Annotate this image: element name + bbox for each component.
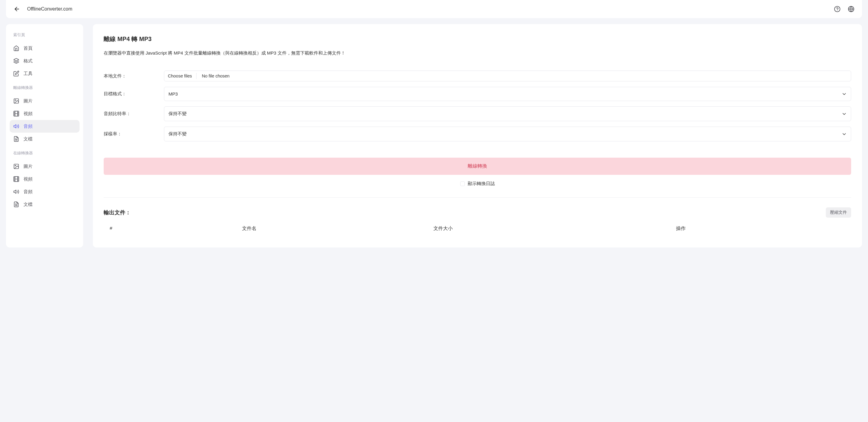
samplerate-select[interactable]: 保持不變 — [164, 127, 851, 141]
topbar-left: OfflineConverter.com — [12, 4, 832, 14]
sidebar-section-offline: 離線轉換器 — [10, 80, 80, 95]
sidebar-item-home[interactable]: 首頁 — [10, 42, 80, 55]
edit-icon — [13, 70, 19, 77]
sidebar-item-label: 音頻 — [24, 124, 33, 129]
layers-icon — [13, 58, 19, 64]
arrow-left-icon — [13, 6, 20, 12]
svg-point-6 — [15, 100, 16, 101]
sidebar-item-tools[interactable]: 工具 — [10, 67, 80, 80]
form-row-samplerate: 採樣率： 保持不變 — [104, 127, 851, 141]
back-button[interactable] — [12, 4, 22, 14]
help-button[interactable] — [832, 4, 842, 14]
local-file-label: 本地文件： — [104, 73, 164, 79]
topbar: OfflineConverter.com — [6, 0, 862, 18]
film-icon — [13, 111, 19, 117]
svg-marker-4 — [14, 58, 19, 61]
image-icon — [13, 98, 19, 104]
th-action: 操作 — [676, 225, 845, 232]
sidebar-item-label: 文檔 — [24, 136, 33, 142]
file-text-icon — [13, 136, 19, 142]
sidebar-item-offline-document[interactable]: 文檔 — [10, 132, 80, 145]
sidebar-item-offline-image[interactable]: 圖片 — [10, 95, 80, 107]
convert-button[interactable]: 離線轉換 — [104, 158, 851, 175]
output-table-header: # 文件名 文件大小 操作 — [104, 224, 851, 233]
home-icon — [13, 45, 19, 51]
target-format-select[interactable]: MP3 — [164, 87, 851, 101]
show-log-row[interactable]: 顯示轉換日誌 — [104, 181, 851, 187]
language-button[interactable] — [846, 4, 856, 14]
brand-title[interactable]: OfflineConverter.com — [27, 6, 72, 12]
th-index: # — [110, 225, 242, 232]
volume-icon — [13, 123, 19, 129]
sidebar-section-index: 索引頁 — [10, 30, 80, 42]
svg-marker-28 — [14, 190, 16, 193]
main-content: 離線 MP4 轉 MP3 在瀏覽器中直接使用 JavaScript 將 MP4 … — [93, 24, 862, 247]
image-icon — [13, 163, 19, 170]
file-text-icon — [13, 201, 19, 207]
compress-button[interactable]: 壓縮文件 — [826, 207, 851, 218]
sidebar-item-online-image[interactable]: 圖片 — [10, 160, 80, 173]
page-description: 在瀏覽器中直接使用 JavaScript 將 MP4 文件批量離線轉換（與在線轉… — [104, 50, 851, 56]
form-row-target-format: 目標格式： MP3 — [104, 87, 851, 101]
sidebar-item-online-document[interactable]: 文檔 — [10, 198, 80, 211]
globe-icon — [848, 6, 855, 12]
output-title: 輸出文件： — [104, 209, 131, 216]
layout: 索引頁 首頁 格式 工具 離線轉換器 圖片 — [0, 24, 868, 253]
film-icon — [13, 176, 19, 182]
file-input[interactable]: Choose files No file chosen — [164, 70, 851, 81]
sidebar-item-label: 首頁 — [24, 46, 33, 51]
sidebar-item-label: 格式 — [24, 58, 33, 64]
form-row-bitrate: 音頻比特率： 保持不變 — [104, 107, 851, 121]
topbar-right — [832, 4, 856, 14]
page-title: 離線 MP4 轉 MP3 — [104, 35, 851, 43]
th-size: 文件大小 — [433, 225, 676, 232]
sidebar-item-label: 視頻 — [24, 176, 33, 182]
sidebar-section-online: 在線轉換器 — [10, 145, 80, 160]
no-file-text: No file chosen — [202, 73, 230, 79]
sidebar-item-label: 視頻 — [24, 111, 33, 117]
choose-files-button[interactable]: Choose files — [167, 73, 196, 79]
volume-icon — [13, 189, 19, 195]
bitrate-select[interactable]: 保持不變 — [164, 107, 851, 121]
show-log-checkbox[interactable] — [460, 181, 465, 186]
sidebar: 索引頁 首頁 格式 工具 離線轉換器 圖片 — [6, 24, 83, 247]
sidebar-item-offline-audio[interactable]: 音頻 — [10, 120, 80, 132]
samplerate-label: 採樣率： — [104, 131, 164, 137]
form-row-local-file: 本地文件： Choose files No file chosen — [104, 70, 851, 81]
sidebar-item-label: 工具 — [24, 71, 33, 77]
sidebar-item-label: 圖片 — [24, 98, 33, 104]
output-header: 輸出文件： 壓縮文件 — [104, 207, 851, 218]
target-format-label: 目標格式： — [104, 91, 164, 97]
sidebar-item-label: 文檔 — [24, 202, 33, 207]
sidebar-item-online-video[interactable]: 視頻 — [10, 173, 80, 185]
sidebar-item-offline-video[interactable]: 視頻 — [10, 107, 80, 120]
svg-point-19 — [15, 165, 16, 166]
sidebar-item-online-audio[interactable]: 音頻 — [10, 185, 80, 198]
sidebar-item-formats[interactable]: 格式 — [10, 55, 80, 67]
divider — [104, 198, 851, 198]
bitrate-label: 音頻比特率： — [104, 111, 164, 117]
sidebar-item-label: 圖片 — [24, 164, 33, 170]
help-circle-icon — [834, 6, 841, 12]
svg-marker-15 — [14, 124, 16, 128]
show-log-label: 顯示轉換日誌 — [468, 181, 495, 187]
sidebar-item-label: 音頻 — [24, 189, 33, 195]
th-name: 文件名 — [242, 225, 433, 232]
